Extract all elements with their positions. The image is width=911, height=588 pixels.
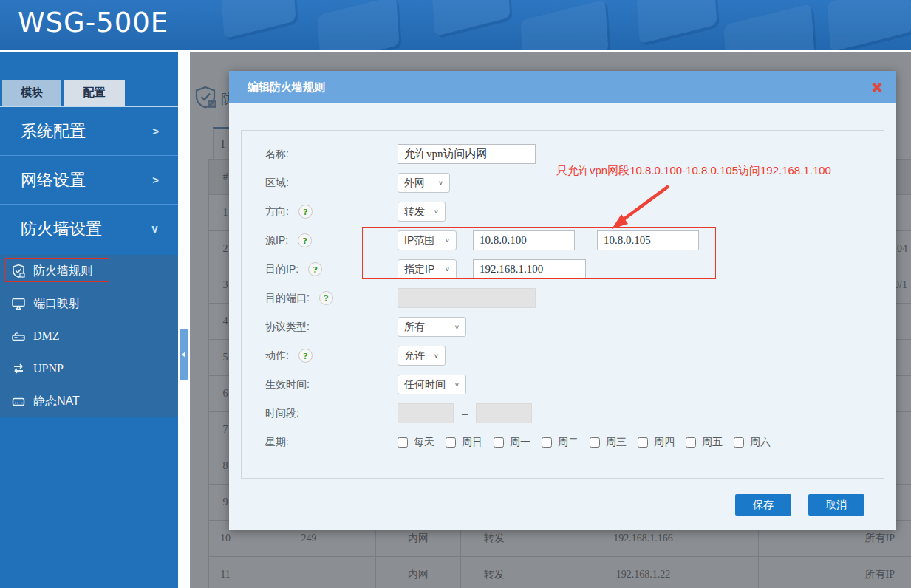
week-label: 周三 (606, 436, 627, 449)
form-row-src-ip: 源IP: ? IP范围∨ – (242, 226, 884, 255)
action-select[interactable]: 允许∨ (398, 346, 446, 366)
src-ip-to-input[interactable] (597, 230, 699, 250)
form-row-dst-ip: 目的IP: ? 指定IP∨ (242, 255, 884, 284)
zone-select-value: 外网 (404, 177, 425, 190)
week-label: 周六 (750, 436, 771, 449)
field-label-name: 名称: (265, 148, 289, 161)
week-checkbox-wednesday[interactable] (590, 437, 600, 448)
annotation-note: 只允许vpn网段10.8.0.100-10.8.0.105访问192.168.1… (556, 164, 831, 178)
tab-module[interactable]: 模块 (2, 80, 61, 106)
sidebar-collapse-handle[interactable] (180, 329, 188, 380)
dst-port-input (398, 288, 536, 308)
keyboard-decor (431, 0, 510, 36)
chevron-down-icon: ∨ (445, 237, 450, 244)
week-checkbox-saturday[interactable] (734, 437, 744, 448)
keyboard-decor (221, 0, 296, 38)
chevron-down-icon: ∨ (454, 381, 460, 388)
submenu-dmz[interactable]: DMZ (0, 320, 178, 352)
chevron-down-icon: ∨ (434, 352, 439, 359)
menu-label: 网络设置 (21, 169, 86, 191)
tab-config[interactable]: 配置 (64, 80, 125, 106)
action-select-value: 允许 (404, 349, 425, 363)
chevron-right-icon: > (152, 174, 159, 186)
week-checkbox-sunday[interactable] (446, 437, 456, 448)
field-label-week: 星期: (265, 436, 289, 449)
week-checkbox-everyday[interactable] (398, 437, 408, 448)
name-input[interactable] (398, 144, 536, 164)
cast-icon (10, 295, 27, 312)
menu-firewall-settings[interactable]: 防火墙设置 ∨ (0, 205, 178, 253)
submenu-static-nat[interactable]: 静态NAT (0, 385, 178, 417)
time-to-input (476, 403, 532, 423)
modal-header: 编辑防火墙规则 (229, 71, 896, 103)
chevron-down-icon: ∨ (434, 208, 439, 215)
help-icon[interactable]: ? (319, 291, 333, 305)
week-options: 每天 周日 周一 周二 周三 周四 周五 周六 (398, 436, 782, 449)
chevron-right-icon: > (152, 125, 159, 137)
left-triangle-icon (182, 352, 185, 358)
week-checkbox-monday[interactable] (494, 437, 504, 448)
dst-ip-input[interactable] (473, 259, 586, 279)
range-dash: – (462, 407, 468, 420)
field-label-protocol: 协议类型: (265, 321, 310, 334)
src-ip-from-input[interactable] (473, 230, 575, 250)
save-button[interactable]: 保存 (735, 494, 791, 516)
field-label-action: 动作: (265, 349, 289, 363)
swap-arrows-icon (10, 360, 27, 377)
submenu-label: 静态NAT (33, 394, 80, 409)
direction-select-value: 转发 (404, 205, 425, 219)
dst-mode-select-value: 指定IP (404, 263, 434, 276)
keyboard-decor (520, 0, 608, 50)
help-icon[interactable]: ? (298, 349, 313, 363)
week-checkbox-friday[interactable] (686, 437, 696, 448)
week-checkbox-tuesday[interactable] (542, 437, 552, 448)
field-label-src-ip: 源IP: (265, 234, 288, 247)
field-label-direction: 方向: (265, 205, 289, 219)
shield-check-icon (10, 263, 27, 279)
sidebar: 模块 配置 系统配置 > 网络设置 > 防火墙设置 ∨ 防火墙规则 (0, 52, 178, 588)
time-from-input (398, 403, 454, 423)
keyboard-decor (317, 0, 399, 50)
submenu-label: UPNP (33, 362, 64, 375)
submenu-port-mapping[interactable]: 端口映射 (0, 287, 178, 320)
app-window: WSG-500E 模块 配置 系统配置 > 网络设置 > 防火墙设置 ∨ (0, 0, 911, 588)
effective-time-select[interactable]: 任何时间∨ (398, 375, 466, 394)
week-label: 周五 (702, 436, 723, 449)
form-row-protocol: 协议类型: 所有∨ (242, 312, 884, 341)
modal-form-panel: 名称: 区域: 外网∨ 方向: ? 转发∨ 源IP (241, 130, 884, 479)
week-checkbox-thursday[interactable] (638, 437, 648, 448)
help-icon[interactable]: ? (308, 262, 322, 276)
dst-mode-select[interactable]: 指定IP∨ (398, 259, 457, 279)
submenu-label: 防火墙规则 (33, 264, 92, 279)
app-title: WSG-500E (18, 7, 168, 38)
form-row-action: 动作: ? 允许∨ (242, 341, 884, 370)
protocol-select[interactable]: 所有∨ (398, 317, 466, 337)
sidebar-menu: 系统配置 > 网络设置 > 防火墙设置 ∨ (0, 107, 178, 253)
submenu-upnp[interactable]: UPNP (0, 352, 178, 385)
field-label-dst-ip: 目的IP: (265, 263, 298, 276)
help-icon[interactable]: ? (298, 233, 312, 247)
chevron-down-icon: ∨ (151, 222, 159, 236)
keyboard-decor (827, 0, 911, 50)
sidebar-filler (0, 418, 178, 588)
direction-select[interactable]: 转发∨ (398, 202, 446, 222)
cancel-button[interactable]: 取消 (808, 494, 864, 516)
src-mode-select[interactable]: IP范围∨ (398, 230, 457, 250)
week-label: 每天 (414, 436, 434, 449)
menu-system-config[interactable]: 系统配置 > (0, 107, 178, 156)
help-icon[interactable]: ? (298, 205, 313, 219)
effective-time-select-value: 任何时间 (404, 378, 446, 392)
zone-select[interactable]: 外网∨ (398, 173, 450, 193)
top-banner: WSG-500E (0, 0, 911, 50)
form-row-week: 星期: 每天 周日 周一 周二 周三 周四 周五 周六 (242, 428, 884, 457)
week-label: 周一 (510, 436, 530, 449)
form-row-dst-port: 目的端口: ? (242, 284, 884, 312)
drive-icon (10, 393, 27, 409)
close-icon[interactable] (870, 81, 883, 94)
field-label-zone: 区域: (265, 177, 289, 190)
form-row-time-range: 时间段: – (242, 399, 884, 428)
menu-network-settings[interactable]: 网络设置 > (0, 156, 178, 205)
week-label: 周二 (558, 436, 579, 449)
submenu-firewall-rules[interactable]: 防火墙规则 (0, 255, 178, 287)
form-row-direction: 方向: ? 转发∨ (242, 197, 884, 226)
